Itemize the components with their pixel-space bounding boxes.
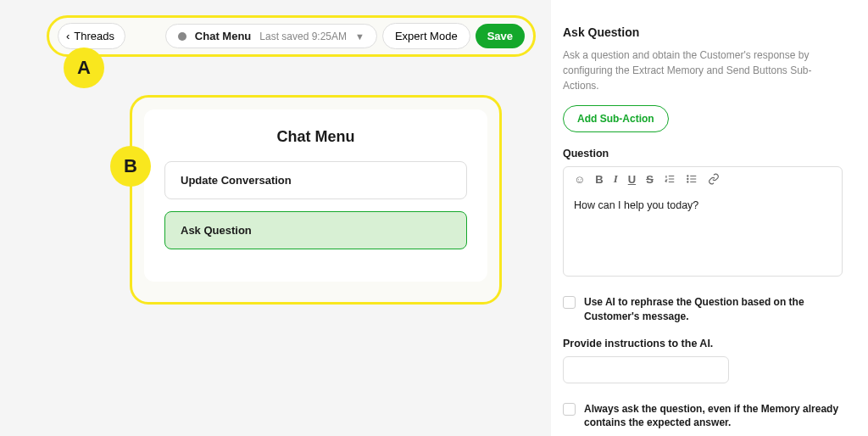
expert-mode-button[interactable]: Expert Mode (382, 23, 470, 49)
instructions-label: Provide instructions to the AI. (563, 338, 843, 349)
italic-icon[interactable]: I (614, 172, 618, 186)
panel-title: Ask Question (563, 25, 843, 39)
chevron-left-icon: ‹ (66, 30, 70, 42)
always-ask-option: Always ask the question, even if the Mem… (563, 402, 843, 431)
save-button[interactable]: Save (476, 24, 525, 48)
svg-point-2 (687, 182, 688, 182)
chat-menu-card: Chat Menu Update Conversation Ask Questi… (144, 109, 487, 282)
instructions-input[interactable] (563, 356, 729, 383)
svg-point-0 (687, 176, 688, 176)
editor-pane: ‹ Threads Chat Menu Last saved 9:25AM ▼ … (0, 0, 551, 436)
threads-back-button[interactable]: ‹ Threads (58, 23, 125, 49)
panel-description: Ask a question and obtain the Customer's… (563, 48, 843, 93)
ordered-list-icon[interactable] (664, 173, 676, 185)
action-ask-question[interactable]: Ask Question (164, 211, 467, 249)
document-title: Chat Menu (195, 30, 251, 42)
always-ask-label: Always ask the question, even if the Mem… (584, 402, 843, 431)
saved-time-label: Last saved 9:25AM (259, 31, 347, 42)
rephrase-option: Use AI to rephrase the Question based on… (563, 295, 843, 324)
status-dot-icon (178, 32, 186, 41)
callout-a: A (64, 48, 104, 88)
rephrase-label: Use AI to rephrase the Question based on… (584, 295, 843, 324)
toolbar-highlight-a: ‹ Threads Chat Menu Last saved 9:25AM ▼ … (47, 15, 536, 57)
unordered-list-icon[interactable] (686, 173, 698, 185)
document-status-dropdown[interactable]: Chat Menu Last saved 9:25AM ▼ (165, 24, 377, 48)
bold-icon[interactable]: B (595, 173, 603, 186)
callout-b: B (110, 146, 151, 187)
card-title: Chat Menu (164, 128, 467, 146)
question-label: Question (563, 148, 843, 159)
rephrase-checkbox[interactable] (563, 296, 576, 309)
add-sub-action-button[interactable]: Add Sub-Action (563, 105, 669, 132)
underline-icon[interactable]: U (628, 173, 636, 186)
action-update-conversation[interactable]: Update Conversation (164, 161, 467, 199)
strikethrough-icon[interactable]: S (646, 173, 654, 186)
question-editor: ☺ B I U S How can I help you today? (563, 166, 843, 277)
link-icon[interactable] (708, 173, 720, 185)
svg-point-1 (687, 178, 688, 179)
question-textarea[interactable]: How can I help you today? (564, 191, 842, 276)
properties-panel: Ask Question Ask a question and obtain t… (551, 0, 868, 436)
chevron-down-icon: ▼ (355, 31, 364, 42)
emoji-icon[interactable]: ☺ (574, 173, 585, 186)
always-ask-checkbox[interactable] (563, 403, 576, 416)
back-label: Threads (74, 30, 114, 42)
menu-highlight-b: Chat Menu Update Conversation Ask Questi… (130, 95, 502, 305)
editor-toolbar: ☺ B I U S (564, 167, 842, 191)
